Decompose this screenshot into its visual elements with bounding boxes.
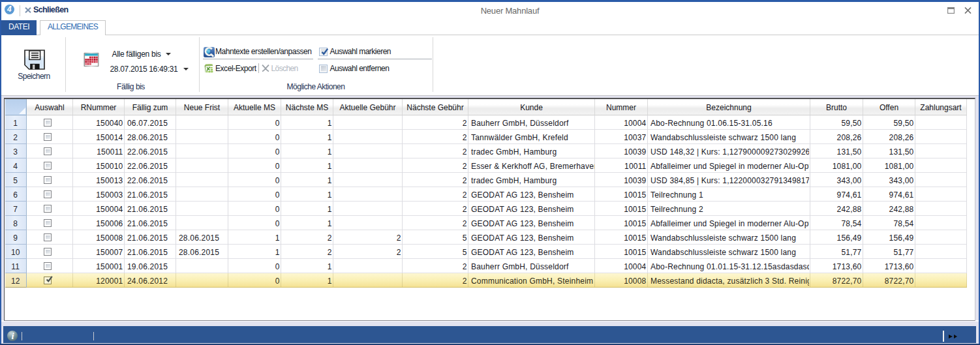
svg-text:i: i xyxy=(11,331,14,341)
